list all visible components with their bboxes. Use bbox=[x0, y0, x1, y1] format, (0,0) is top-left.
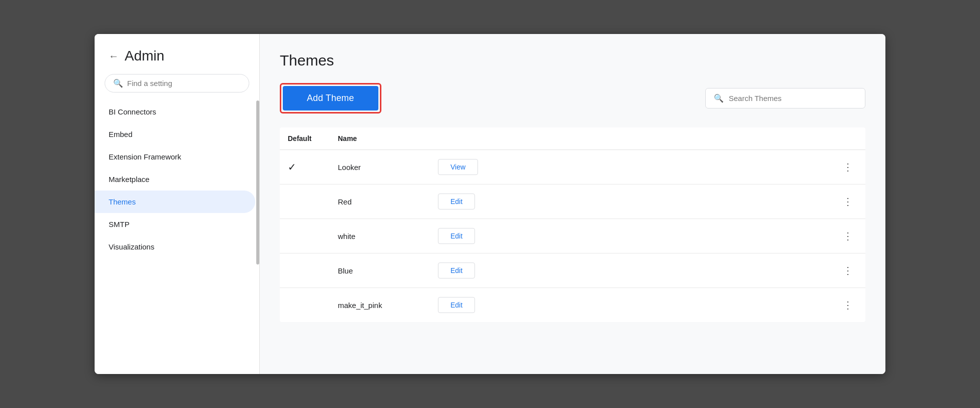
row-default-pink bbox=[280, 288, 330, 322]
sidebar: ← Admin 🔍 BI Connectors Embed Extension … bbox=[95, 34, 260, 374]
nav-list: BI Connectors Embed Extension Framework … bbox=[95, 100, 259, 374]
row-dots-pink: ⋮ bbox=[831, 288, 865, 322]
table-row: Red Edit ⋮ bbox=[280, 184, 865, 219]
row-name-looker: Looker bbox=[330, 150, 430, 184]
row-name-red: Red bbox=[330, 184, 430, 219]
sidebar-item-smtp[interactable]: SMTP bbox=[95, 213, 255, 236]
toolbar: Add Theme 🔍 bbox=[280, 83, 865, 114]
search-themes-icon: 🔍 bbox=[714, 94, 724, 103]
back-arrow-icon[interactable]: ← bbox=[109, 50, 119, 62]
scrollbar-thumb[interactable] bbox=[256, 100, 259, 264]
row-action-white: Edit bbox=[430, 219, 490, 254]
col-header-name: Name bbox=[330, 128, 430, 150]
row-default-blue bbox=[280, 254, 330, 288]
row-spacer-looker bbox=[490, 150, 831, 184]
row-dots-looker: ⋮ bbox=[831, 150, 865, 184]
row-default-looker: ✓ bbox=[280, 150, 330, 184]
row-action-looker: View bbox=[430, 150, 490, 184]
add-theme-button-wrapper: Add Theme bbox=[280, 83, 381, 114]
sidebar-item-extension-framework[interactable]: Extension Framework bbox=[95, 146, 255, 168]
more-options-button-red[interactable]: ⋮ bbox=[839, 194, 857, 210]
row-spacer-red bbox=[490, 184, 831, 219]
sidebar-search-input[interactable] bbox=[127, 79, 241, 88]
edit-button-white[interactable]: Edit bbox=[438, 228, 475, 244]
row-name-white: white bbox=[330, 219, 430, 254]
view-button-looker[interactable]: View bbox=[438, 159, 478, 175]
table-header-row: Default Name bbox=[280, 128, 865, 150]
more-options-button-pink[interactable]: ⋮ bbox=[839, 297, 857, 313]
row-dots-red: ⋮ bbox=[831, 184, 865, 219]
row-spacer-white bbox=[490, 219, 831, 254]
table-row: white Edit ⋮ bbox=[280, 219, 865, 254]
row-action-blue: Edit bbox=[430, 254, 490, 288]
edit-button-red[interactable]: Edit bbox=[438, 194, 475, 210]
more-options-button-white[interactable]: ⋮ bbox=[839, 228, 857, 244]
edit-button-pink[interactable]: Edit bbox=[438, 297, 475, 313]
row-name-blue: Blue bbox=[330, 254, 430, 288]
page-title: Themes bbox=[280, 52, 865, 69]
col-header-action bbox=[430, 128, 490, 150]
default-checkmark: ✓ bbox=[288, 162, 296, 172]
col-header-default: Default bbox=[280, 128, 330, 150]
row-action-pink: Edit bbox=[430, 288, 490, 322]
app-window: ← Admin 🔍 BI Connectors Embed Extension … bbox=[95, 34, 885, 374]
row-dots-blue: ⋮ bbox=[831, 254, 865, 288]
sidebar-search-box[interactable]: 🔍 bbox=[105, 74, 249, 92]
row-default-red bbox=[280, 184, 330, 219]
row-spacer-blue bbox=[490, 254, 831, 288]
sidebar-item-bi-connectors[interactable]: BI Connectors bbox=[95, 100, 255, 123]
table-row: ✓ Looker View ⋮ bbox=[280, 150, 865, 184]
more-options-button-looker[interactable]: ⋮ bbox=[839, 159, 857, 175]
table-row: make_it_pink Edit ⋮ bbox=[280, 288, 865, 322]
sidebar-item-embed[interactable]: Embed bbox=[95, 123, 255, 146]
search-icon: 🔍 bbox=[113, 78, 123, 88]
edit-button-blue[interactable]: Edit bbox=[438, 262, 475, 278]
row-default-white bbox=[280, 219, 330, 254]
add-theme-button[interactable]: Add Theme bbox=[283, 86, 378, 110]
scrollbar bbox=[256, 100, 259, 374]
table-row: Blue Edit ⋮ bbox=[280, 254, 865, 288]
row-spacer-pink bbox=[490, 288, 831, 322]
sidebar-header: ← Admin bbox=[95, 34, 259, 74]
main-content: Themes Add Theme 🔍 Default Name bbox=[260, 34, 885, 374]
sidebar-item-themes[interactable]: Themes bbox=[95, 190, 255, 213]
sidebar-item-visualizations[interactable]: Visualizations bbox=[95, 236, 255, 258]
sidebar-title: Admin bbox=[125, 48, 164, 64]
search-themes-box[interactable]: 🔍 bbox=[705, 88, 865, 108]
row-name-pink: make_it_pink bbox=[330, 288, 430, 322]
themes-table: Default Name ✓ Looker View bbox=[280, 128, 865, 322]
more-options-button-blue[interactable]: ⋮ bbox=[839, 262, 857, 278]
search-themes-input[interactable] bbox=[729, 94, 857, 102]
col-header-spacer bbox=[490, 128, 831, 150]
sidebar-item-marketplace[interactable]: Marketplace bbox=[95, 168, 255, 190]
row-dots-white: ⋮ bbox=[831, 219, 865, 254]
col-header-dots bbox=[831, 128, 865, 150]
row-action-red: Edit bbox=[430, 184, 490, 219]
